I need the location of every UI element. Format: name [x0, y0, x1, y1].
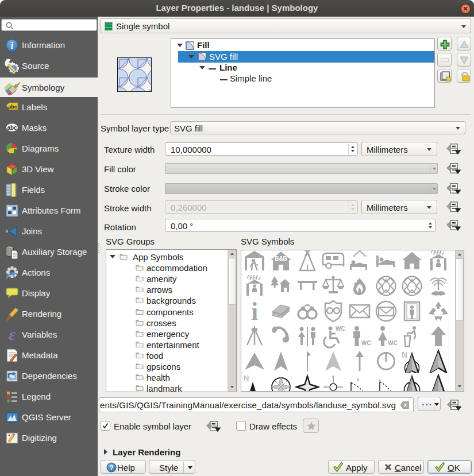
- svg-text:i: i: [11, 41, 14, 51]
- svg-text:?: ?: [109, 464, 113, 472]
- svg-text:abc: abc: [8, 104, 17, 110]
- svg-text:WC: WC: [336, 326, 345, 332]
- svg-text:B&B: B&B: [275, 256, 287, 262]
- svg-text:abc: abc: [7, 125, 17, 131]
- svg-text:ε: ε: [9, 327, 16, 342]
- svg-text:WC: WC: [361, 340, 371, 346]
- svg-text:i: i: [251, 299, 258, 323]
- svg-text:N: N: [244, 374, 249, 382]
- svg-text:N: N: [402, 350, 407, 359]
- svg-text:WC: WC: [388, 340, 398, 346]
